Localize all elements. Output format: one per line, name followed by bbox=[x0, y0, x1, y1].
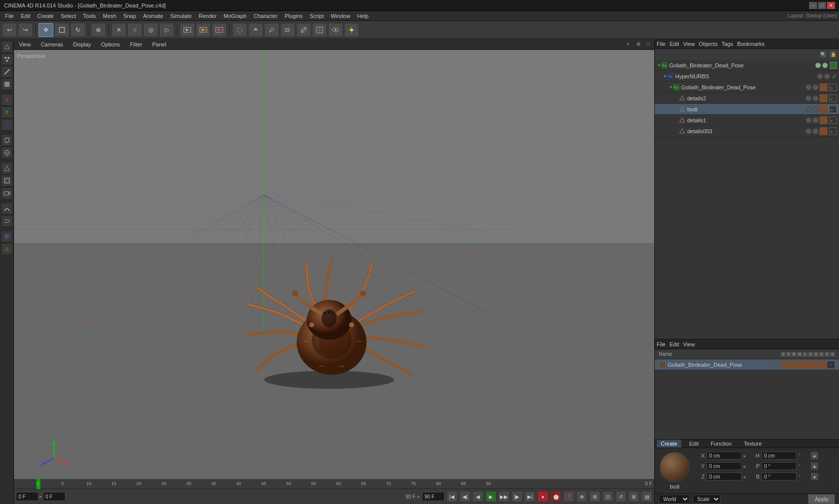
obj-item-details1[interactable]: details1 × bbox=[655, 115, 839, 126]
poly-mode-button[interactable] bbox=[1, 78, 13, 90]
obj-vis-hypernurbs[interactable] bbox=[817, 73, 823, 79]
menu-plugins[interactable]: Plugins bbox=[282, 12, 306, 20]
perspective-button[interactable] bbox=[1, 162, 13, 174]
tab-function[interactable]: Function bbox=[707, 440, 736, 448]
obj-menu-objects[interactable]: Objects bbox=[699, 41, 717, 47]
tab-create[interactable]: Create bbox=[657, 440, 681, 448]
coord-x-input[interactable] bbox=[707, 452, 742, 460]
viewport-menu-panel[interactable]: Panel bbox=[149, 40, 169, 48]
redo-button[interactable]: ↪ bbox=[18, 23, 33, 37]
minimize-button[interactable]: ─ bbox=[809, 2, 817, 9]
coord-y-up[interactable]: ▲ bbox=[811, 462, 819, 470]
viewport-menu-options[interactable]: Options bbox=[98, 40, 123, 48]
obj-menu-bookmarks[interactable]: Bookmarks bbox=[737, 41, 765, 47]
render-settings-button[interactable] bbox=[212, 23, 227, 37]
menu-animate[interactable]: Animate bbox=[140, 12, 166, 20]
play-backward-button[interactable]: ◀ bbox=[472, 491, 483, 502]
tab-edit[interactable]: Edit bbox=[685, 440, 703, 448]
select-live-button[interactable]: ✕ bbox=[111, 23, 126, 37]
menu-snap[interactable]: Snap bbox=[120, 12, 139, 20]
max-frame-input[interactable] bbox=[422, 492, 444, 501]
obj-menu-file[interactable]: File bbox=[657, 41, 666, 47]
world-space-button[interactable] bbox=[1, 147, 13, 159]
object-space-button[interactable] bbox=[1, 134, 13, 146]
mat-menu-edit[interactable]: Edit bbox=[670, 341, 679, 347]
viewport-settings-icon[interactable]: ⚙ bbox=[634, 40, 642, 48]
obj-item-details2[interactable]: details2 × bbox=[655, 93, 839, 104]
obj-vis-details003[interactable] bbox=[806, 128, 812, 134]
render-view-button[interactable] bbox=[180, 23, 195, 37]
axis-z-button[interactable]: Z bbox=[1, 119, 13, 131]
point-mode-button[interactable] bbox=[1, 53, 13, 65]
menu-tools[interactable]: Tools bbox=[80, 12, 99, 20]
go-to-next-key-button[interactable]: |▶ bbox=[511, 491, 522, 502]
obj-collapse-hypernurbs[interactable]: ▼ bbox=[663, 74, 667, 79]
obj-collapse-mesh-main[interactable]: ▼ bbox=[669, 85, 673, 90]
coord-z-input[interactable] bbox=[707, 473, 742, 481]
menu-edit[interactable]: Edit bbox=[18, 12, 33, 20]
auto-key-button[interactable]: ⬤ bbox=[550, 491, 561, 502]
axis-x-button[interactable]: X bbox=[1, 94, 13, 106]
object-manager-button[interactable] bbox=[232, 23, 247, 37]
select-poly-button[interactable]: ▷ bbox=[159, 23, 174, 37]
bend-tool-button[interactable] bbox=[1, 203, 13, 215]
obj-vis-root[interactable] bbox=[815, 62, 821, 68]
coord-p-input[interactable] bbox=[762, 462, 797, 470]
frame-rate-button[interactable]: ⊞ bbox=[628, 491, 639, 502]
obj-vis-mesh-main[interactable] bbox=[806, 84, 812, 90]
twist-tool-button[interactable] bbox=[1, 215, 13, 227]
obj-render-details003[interactable] bbox=[813, 128, 819, 134]
obj-item-mesh-main[interactable]: ▼ L₀ Goliath_Birdeater_Dead_Pose × bbox=[655, 82, 839, 93]
obj-item-root-null[interactable]: ▼ L₀ Goliath_Birdeater_Dead_Pose bbox=[655, 60, 839, 71]
move-tool-button[interactable]: ✥ bbox=[38, 23, 53, 37]
obj-render-root[interactable] bbox=[822, 62, 828, 68]
key-help-button[interactable]: ? bbox=[563, 491, 574, 502]
axis-y-button[interactable]: Y bbox=[1, 106, 13, 118]
obj-render-details1[interactable] bbox=[813, 117, 819, 123]
obj-menu-edit[interactable]: Edit bbox=[670, 41, 679, 47]
scale-dropdown[interactable]: Scale Size bbox=[693, 495, 721, 504]
mat-remove-icon[interactable]: × bbox=[827, 361, 835, 369]
viewport-lock-icon[interactable]: □ bbox=[644, 40, 652, 48]
set-key-button[interactable]: ⊕ bbox=[576, 491, 587, 502]
mat-render-dot[interactable] bbox=[776, 362, 781, 367]
timeline-view-button[interactable]: ▤ bbox=[641, 491, 652, 502]
viewport-expand-icon[interactable]: + bbox=[624, 40, 632, 48]
mat-row-birdeater[interactable]: Goliath_Birdeater_Dead_Pose × bbox=[655, 359, 839, 370]
menu-select[interactable]: Select bbox=[58, 12, 79, 20]
maximize-button[interactable]: □ bbox=[818, 2, 826, 9]
coord-h-input[interactable] bbox=[762, 452, 797, 460]
rotate-tool-button[interactable]: ↻ bbox=[70, 23, 85, 37]
obj-render-mesh-main[interactable] bbox=[813, 84, 819, 90]
apply-button[interactable]: Apply bbox=[808, 494, 835, 504]
go-to-prev-key-button[interactable]: ◀| bbox=[459, 491, 470, 502]
tab-texture[interactable]: Texture bbox=[740, 440, 766, 448]
obj-item-hypernurbs[interactable]: ▼ L₀ HyperNURBS ✓ bbox=[655, 71, 839, 82]
loop-button[interactable]: ↺ bbox=[615, 491, 626, 502]
extrude-button[interactable] bbox=[248, 23, 263, 37]
obj-render-details2[interactable] bbox=[813, 95, 819, 101]
camera-button[interactable] bbox=[1, 187, 13, 199]
texture-button[interactable] bbox=[296, 23, 311, 37]
edge-mode-button[interactable] bbox=[1, 66, 13, 78]
play-fast-button[interactable]: ▶▶ bbox=[498, 491, 509, 502]
play-button[interactable]: ▶ bbox=[485, 491, 496, 502]
close-button[interactable]: ✕ bbox=[827, 2, 835, 9]
viewport-menu-display[interactable]: Display bbox=[70, 40, 94, 48]
go-to-end-button[interactable]: ▶| bbox=[524, 491, 535, 502]
obj-render-bodi[interactable] bbox=[813, 106, 819, 112]
sculpt-button[interactable] bbox=[1, 231, 13, 243]
mat-menu-file[interactable]: File bbox=[657, 341, 666, 347]
frame-current-input[interactable] bbox=[16, 492, 38, 501]
select-circle-button[interactable]: ◎ bbox=[143, 23, 158, 37]
record-button[interactable]: ● bbox=[537, 491, 548, 502]
obj-render-hypernurbs[interactable] bbox=[824, 73, 830, 79]
coord-z-up[interactable]: ▲ bbox=[811, 473, 819, 481]
mat-vis-dot[interactable] bbox=[770, 362, 775, 367]
coord-y-input[interactable] bbox=[707, 462, 742, 470]
mat-menu-view[interactable]: View bbox=[683, 341, 695, 347]
motion-path-button[interactable]: ⊡ bbox=[602, 491, 613, 502]
key-selection-button[interactable]: ⊞ bbox=[589, 491, 600, 502]
menu-mograph[interactable]: MoGraph bbox=[221, 12, 250, 20]
knife-button[interactable] bbox=[264, 23, 279, 37]
